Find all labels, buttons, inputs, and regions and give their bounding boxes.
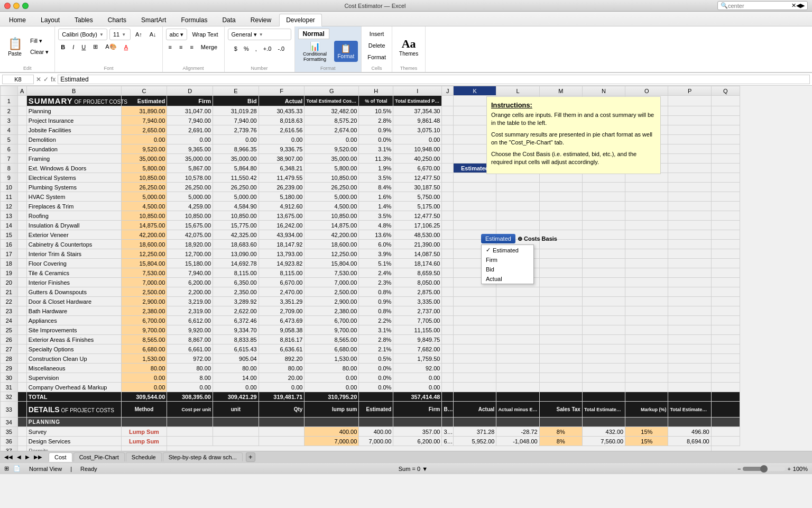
currency-button[interactable]: $	[232, 43, 240, 53]
zoom-slider[interactable]	[743, 467, 785, 471]
costs-basis-option-actual[interactable]: Actual	[482, 274, 533, 284]
cell-a2[interactable]	[17, 106, 26, 116]
fill-color-button[interactable]: A🎨	[103, 42, 119, 52]
conditional-formatting-button[interactable]: 📊 Conditional Formatting	[298, 41, 332, 62]
col-header-f[interactable]: F	[259, 86, 304, 96]
tab-data[interactable]: Data	[215, 14, 242, 26]
nav-right-icon[interactable]: ▶	[800, 2, 805, 9]
sheet-tab-schedule[interactable]: Schedule	[126, 452, 162, 461]
sheet-nav-last[interactable]: ▶▶	[32, 453, 44, 461]
cell-b2[interactable]: Planning	[26, 106, 121, 116]
sheet-nav-next[interactable]: ▶	[23, 453, 32, 461]
cell-d1[interactable]: Firm	[167, 96, 213, 106]
underline-button[interactable]: U	[79, 42, 88, 52]
cell-j1[interactable]	[442, 96, 454, 106]
font-size-dropdown[interactable]: 11 ▼	[109, 29, 131, 40]
sheet-nav-first[interactable]: ◀◀	[2, 453, 15, 461]
col-header-b[interactable]: B	[26, 86, 121, 96]
col-header-g[interactable]: G	[304, 86, 359, 96]
cell-c1[interactable]: Estimated	[121, 96, 167, 106]
costs-basis-option-firm[interactable]: Firm	[482, 255, 533, 265]
tab-smartart[interactable]: SmartArt	[134, 14, 173, 26]
decrease-font-button[interactable]: A↓	[147, 30, 159, 40]
cell-g1[interactable]: Total Estimated Cost (with tax)	[304, 96, 359, 106]
zoom-thumb[interactable]	[760, 465, 768, 473]
row-header-1[interactable]: 1	[1, 96, 18, 106]
bold-button[interactable]: B	[58, 42, 68, 52]
sheet-tab-pie-chart[interactable]: Cost_Pie-Chart	[73, 452, 125, 461]
tab-formulas[interactable]: Formulas	[174, 14, 214, 26]
page-layout-icon[interactable]: 📄	[13, 465, 21, 472]
maximize-button[interactable]	[22, 3, 29, 9]
number-format-dropdown[interactable]: General ▾ ▼	[228, 29, 291, 40]
cell-e1[interactable]: Bid	[213, 96, 259, 106]
cell-e2[interactable]: 31,019.28	[213, 106, 259, 116]
italic-button[interactable]: I	[70, 42, 77, 52]
col-header-c[interactable]: C	[121, 86, 167, 96]
font-color-button[interactable]: A	[122, 42, 131, 52]
col-header-d[interactable]: D	[167, 86, 213, 96]
increase-font-button[interactable]: A↑	[133, 30, 145, 40]
clear-search-icon[interactable]: ✕	[791, 2, 796, 9]
costs-basis-option-estimated[interactable]: Estimated	[482, 245, 533, 255]
border-button[interactable]: ⊞	[90, 42, 100, 52]
paste-button[interactable]: 📋 Paste	[3, 31, 26, 62]
sheet-nav-prev[interactable]: ◀	[15, 453, 23, 461]
sheet-tab-step[interactable]: Step-by-step & draw sch...	[163, 452, 243, 461]
col-header-o[interactable]: O	[625, 86, 668, 96]
col-header-h[interactable]: H	[359, 86, 393, 96]
cell-h2[interactable]: 10.5%	[359, 106, 393, 116]
zoom-out-button[interactable]: −	[737, 466, 741, 472]
col-header-p[interactable]: P	[668, 86, 711, 96]
increase-decimal-button[interactable]: +.0	[261, 43, 274, 53]
sum-dropdown[interactable]: ▼	[422, 466, 428, 472]
col-header-e[interactable]: E	[213, 86, 259, 96]
delete-button[interactable]: Delete	[366, 40, 388, 50]
align-center-button[interactable]: ≡	[177, 42, 185, 52]
normal-view-icon[interactable]: ⊞	[4, 465, 9, 472]
costs-basis-button[interactable]: Estimated	[481, 234, 515, 243]
fill-button[interactable]: Fill ▾	[27, 36, 51, 46]
comma-button[interactable]: ,	[253, 43, 260, 53]
cell-d2[interactable]: 31,047.00	[167, 106, 213, 116]
cell-f1[interactable]: Actual	[259, 96, 304, 106]
cell-c2[interactable]: 31,890.00	[121, 106, 167, 116]
cell-i2[interactable]: 37,354.30	[393, 106, 442, 116]
cell-b1[interactable]: SUMMARY OF PROJECT COSTS	[26, 96, 121, 106]
abc-dropdown[interactable]: abc ▾	[166, 29, 188, 40]
spreadsheet-container[interactable]: A B C D E F G H I J K L M N O P Q	[0, 86, 812, 451]
nav-left-icon[interactable]: ◀	[796, 2, 800, 9]
formula-fx-icon[interactable]: fx	[51, 76, 56, 83]
cell-h1[interactable]: % of Total	[359, 96, 393, 106]
col-header-j[interactable]: J	[442, 86, 454, 96]
cell-g2[interactable]: 32,482.00	[304, 106, 359, 116]
cell-f2[interactable]: 30,435.33	[259, 106, 304, 116]
clear-button[interactable]: Clear ▾	[27, 47, 51, 57]
font-family-dropdown[interactable]: Calibri (Body) ▼	[58, 29, 107, 40]
formula-cancel-icon[interactable]: ✕	[36, 76, 41, 83]
search-input[interactable]	[728, 3, 791, 9]
merge-button[interactable]: Merge	[198, 42, 220, 52]
cell-reference[interactable]	[2, 75, 34, 84]
cell-q1[interactable]	[711, 96, 740, 106]
col-header-q[interactable]: Q	[711, 86, 740, 96]
formula-accept-icon[interactable]: ✓	[43, 76, 49, 83]
format2-button[interactable]: Format	[365, 52, 389, 62]
tab-layout[interactable]: Layout	[34, 14, 67, 26]
sheet-tab-cost[interactable]: Cost	[49, 452, 72, 462]
tab-developer[interactable]: Developer	[279, 14, 322, 26]
col-header-n[interactable]: N	[582, 86, 625, 96]
align-right-button[interactable]: ≡	[187, 42, 196, 52]
tab-home[interactable]: Home	[2, 14, 33, 26]
insert-button[interactable]: Insert	[367, 29, 387, 39]
row-header-2[interactable]: 2	[1, 106, 18, 116]
tab-charts[interactable]: Charts	[101, 14, 133, 26]
wrap-text-button[interactable]: Wrap Text	[189, 30, 220, 40]
col-header-m[interactable]: M	[539, 86, 582, 96]
costs-basis-option-bid[interactable]: Bid	[482, 265, 533, 274]
align-left-button[interactable]: ≡	[166, 42, 174, 52]
themes-button[interactable]: Aa Themes	[395, 31, 422, 62]
search-box[interactable]: 🔍 ✕ ◀ ▶	[717, 1, 808, 10]
cell-a1[interactable]	[17, 96, 26, 106]
col-header-i[interactable]: I	[393, 86, 442, 96]
